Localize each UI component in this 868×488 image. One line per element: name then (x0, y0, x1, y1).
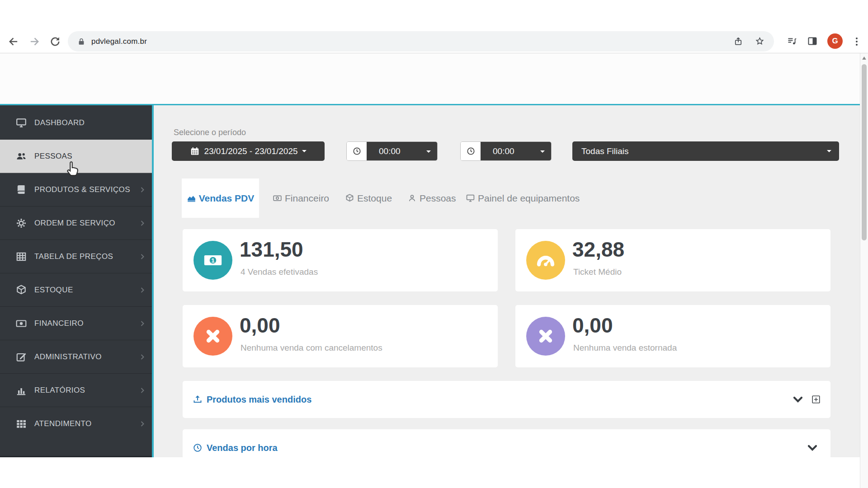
sidebar-item-label: PESSOAS (34, 152, 72, 161)
money-icon (273, 193, 282, 203)
menu-dots-icon[interactable] (852, 36, 861, 46)
page-scrollbar[interactable] (860, 53, 868, 488)
sidebar-item-label: ORDEM DE SERVIÇO (34, 219, 115, 228)
chevron-right-icon (139, 253, 146, 260)
panel-vendas-por-hora: Vendas por hora (183, 429, 830, 466)
gauge-icon (526, 241, 565, 280)
sidebar-item-pessoas[interactable]: PESSOAS (0, 140, 152, 173)
tab-label: Financeiro (285, 193, 329, 204)
sidebar-item-label: TABELA DE PREÇOS (34, 252, 113, 261)
address-bar[interactable]: pdvlegal.com.br (68, 31, 774, 52)
clock-icon (193, 443, 203, 453)
chevron-right-icon (139, 320, 146, 327)
clock-icon (347, 142, 367, 160)
sidebar-item-label: FINANCEIRO (34, 319, 84, 328)
sidebar-item-label: PRODUTOS & SERVIÇOS (34, 185, 130, 194)
chevron-right-icon (139, 287, 146, 293)
start-time-value: 00:00 (379, 146, 401, 156)
table-icon (15, 251, 27, 263)
sidebar-item-tabela-de-precos[interactable]: TABELA DE PREÇOS (0, 240, 152, 273)
sidebar-item-estoque[interactable]: ESTOQUE (0, 273, 152, 307)
sidebar-item-relatorios[interactable]: RELATÓRIOS (0, 374, 152, 407)
end-time-select[interactable]: 00:00 (481, 142, 551, 160)
tab-vendas-pdv[interactable]: Vendas PDV (182, 178, 259, 218)
sidebar-item-label: DASHBOARD (34, 118, 85, 127)
stat-label: Ticket Médio (573, 267, 622, 277)
screen: pdvlegal.com.br G PDV legal (0, 0, 868, 488)
sidebar-item-ordem-de-servico[interactable]: ORDEM DE SERVIÇO (0, 206, 152, 240)
stat-label: Nenhuma venda estornada (573, 343, 677, 353)
gear-icon (15, 217, 27, 229)
scroll-up-arrow-icon[interactable] (862, 56, 866, 60)
reading-list-icon[interactable] (787, 36, 797, 47)
tab-label: Vendas PDV (199, 193, 255, 204)
reload-icon[interactable] (49, 35, 61, 48)
caret-down-icon (827, 150, 831, 152)
tab-label: Painel de equipamentos (478, 193, 580, 204)
money-icon (15, 318, 27, 329)
app-header: PDV legal Gabriel Coxinhas (0, 53, 868, 104)
bar-chart-icon (15, 385, 27, 396)
branch-value: Todas Filiais (581, 146, 629, 156)
sidebar-item-atendimento[interactable]: ATENDIMENTO (0, 407, 152, 440)
chevron-down-icon[interactable] (807, 442, 818, 454)
forward-icon[interactable] (28, 35, 41, 48)
area-chart-icon (187, 193, 196, 203)
stat-card-estornos: 0,00 Nenhuma venda estornada (515, 305, 830, 367)
stat-card-vendas: 1 131,50 4 Vendas efetivadas (183, 229, 498, 291)
tab-financeiro[interactable]: Financeiro (270, 178, 332, 218)
stat-value: 131,50 (240, 237, 303, 262)
date-range-value: 23/01/2025 - 23/01/2025 (204, 146, 297, 156)
panel-title-link[interactable]: Vendas por hora (193, 429, 278, 466)
sidebar-item-label: ESTOQUE (34, 286, 73, 295)
sidebar-item-administrativo[interactable]: ADMINISTRATIVO (0, 340, 152, 374)
share-icon[interactable] (733, 36, 744, 47)
sidebar-item-produtos-servicos[interactable]: PRODUTOS & SERVIÇOS (0, 173, 152, 206)
stat-value: 0,00 (572, 313, 613, 338)
grid-icon (15, 418, 27, 430)
monitor-icon (15, 117, 27, 129)
stat-card-ticket-medio: 32,88 Ticket Médio (515, 229, 830, 291)
stat-label: 4 Vendas efetivadas (241, 267, 318, 277)
branch-select[interactable]: Todas Filiais (572, 141, 839, 161)
money-bill-icon: 1 (193, 241, 232, 280)
bookmark-star-icon[interactable] (755, 36, 765, 47)
tab-estoque[interactable]: Estoque (342, 178, 395, 218)
calendar-icon (190, 146, 200, 156)
x-icon (526, 317, 565, 356)
tab-pessoas[interactable]: Pessoas (405, 178, 459, 218)
stat-label: Nenhuma venda com cancelamentos (241, 343, 382, 353)
url-text[interactable]: pdvlegal.com.br (91, 37, 147, 46)
chevron-right-icon (139, 421, 146, 427)
book-icon (15, 184, 27, 196)
back-icon[interactable] (7, 35, 20, 48)
caret-down-icon (426, 150, 431, 153)
users-icon (15, 150, 27, 162)
chevron-down-icon[interactable] (792, 394, 804, 405)
browser-profile-avatar[interactable]: G (827, 33, 843, 49)
panel-title-link[interactable]: Produtos mais vendidos (193, 381, 311, 418)
stat-value: 32,88 (572, 237, 624, 262)
start-time-select[interactable]: 00:00 (367, 142, 437, 160)
sidebar-item-label: RELATÓRIOS (34, 386, 85, 395)
add-square-icon[interactable] (811, 394, 821, 404)
caret-down-icon (302, 150, 307, 152)
cube-icon (15, 284, 27, 296)
sidebar-item-dashboard[interactable]: DASHBOARD (0, 106, 152, 140)
sidebar-nav: DASHBOARD PESSOAS PRODUTOS & SERVIÇOS OR… (0, 105, 152, 457)
x-icon (193, 317, 232, 356)
tab-label: Pessoas (420, 193, 456, 204)
period-label: Selecione o período (174, 128, 246, 137)
chevron-right-icon (139, 220, 146, 226)
panel-produtos-mais-vendidos: Produtos mais vendidos (183, 381, 830, 418)
start-time-control: 00:00 (346, 141, 438, 161)
end-time-value: 00:00 (493, 146, 514, 156)
tab-painel-de-equipamentos[interactable]: Painel de equipamentos (463, 178, 582, 218)
sidebar-item-financeiro[interactable]: FINANCEIRO (0, 307, 152, 340)
side-panel-icon[interactable] (807, 36, 818, 47)
date-range-picker[interactable]: 23/01/2025 - 23/01/2025 (172, 141, 325, 161)
scrollbar-thumb[interactable] (862, 64, 867, 240)
person-icon (407, 193, 417, 203)
stat-value: 0,00 (240, 313, 280, 338)
browser-toolbar: pdvlegal.com.br G (0, 0, 868, 53)
